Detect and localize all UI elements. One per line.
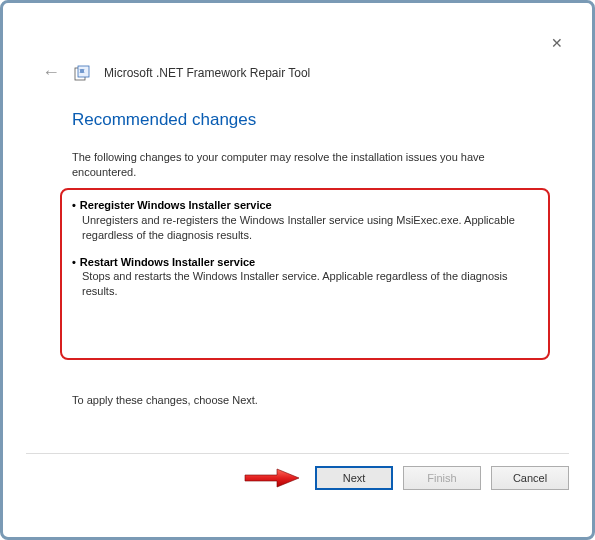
change-title: Restart Windows Installer service	[80, 256, 255, 268]
arrow-annotation-icon	[241, 466, 301, 490]
apply-instruction: To apply these changes, choose Next.	[72, 394, 258, 406]
close-icon[interactable]: ✕	[551, 35, 563, 51]
changes-list: •Reregister Windows Installer service Un…	[60, 188, 550, 360]
change-desc: Unregisters and re-registers the Windows…	[82, 213, 538, 243]
bullet-icon: •	[72, 256, 76, 268]
finish-button: Finish	[403, 466, 481, 490]
next-button[interactable]: Next	[315, 466, 393, 490]
list-item: •Reregister Windows Installer service Un…	[72, 198, 538, 243]
change-title: Reregister Windows Installer service	[80, 199, 272, 211]
bullet-icon: •	[72, 199, 76, 211]
page-heading: Recommended changes	[72, 110, 256, 130]
cancel-button[interactable]: Cancel	[491, 466, 569, 490]
list-item: •Restart Windows Installer service Stops…	[72, 255, 538, 300]
app-icon	[74, 65, 90, 81]
divider	[26, 453, 569, 454]
app-title: Microsoft .NET Framework Repair Tool	[104, 66, 310, 80]
back-arrow-icon[interactable]: ←	[42, 62, 60, 83]
intro-text: The following changes to your computer m…	[72, 150, 532, 181]
change-desc: Stops and restarts the Windows Installer…	[82, 269, 538, 299]
